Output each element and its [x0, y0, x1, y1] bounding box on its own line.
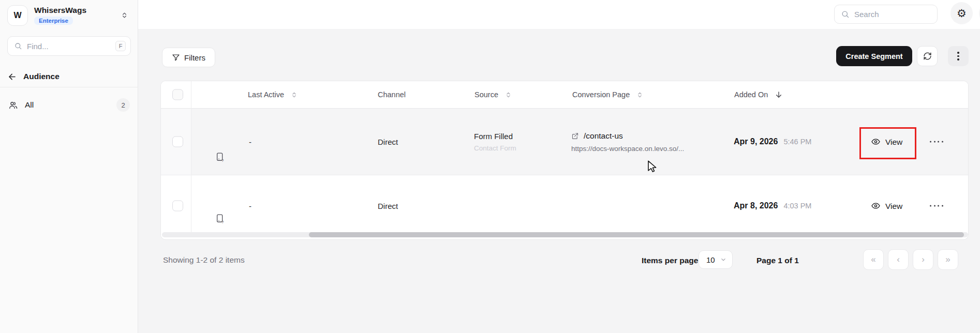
- sort-icon: [291, 92, 298, 98]
- view-button[interactable]: View: [871, 137, 902, 147]
- chevron-left-icon: ‹: [897, 254, 900, 265]
- external-link-icon: [571, 132, 579, 140]
- page-status: Page 1 of 1: [756, 256, 799, 265]
- workspace-switcher-button[interactable]: [118, 9, 130, 21]
- device-unknown-icon: ?: [216, 152, 225, 162]
- chevron-up-down-icon: [121, 11, 128, 19]
- chevron-down-icon: [720, 256, 727, 263]
- column-header-conversion-page[interactable]: Conversion Page: [572, 90, 643, 99]
- source-event: Form Filled: [474, 132, 516, 141]
- sidebar-item-all[interactable]: All 2: [0, 94, 138, 116]
- more-options-icon: [930, 205, 943, 207]
- scrollbar-thumb[interactable]: [309, 232, 964, 237]
- conversion-url: https://docs-workspace.on.levo.so/...: [571, 145, 684, 153]
- cell-last-active: -: [249, 202, 251, 210]
- source-detail: Contact Form: [474, 144, 516, 152]
- sidebar-item-label: All: [25, 100, 110, 110]
- cell-conversion-page: /contact-us https://docs-workspace.on.le…: [571, 131, 684, 153]
- table-options-button[interactable]: [948, 46, 969, 66]
- prev-page-button[interactable]: ‹: [888, 249, 909, 270]
- keyboard-shortcut-badge: F: [115, 41, 126, 51]
- filters-label: Filters: [184, 53, 205, 62]
- settings-button[interactable]: ⚙: [951, 2, 973, 24]
- last-page-button[interactable]: »: [938, 249, 958, 270]
- member-count-badge: 2: [116, 98, 130, 112]
- kebab-menu-icon: [957, 52, 959, 60]
- column-header-last-active[interactable]: Last Active: [248, 90, 298, 99]
- eye-icon: [871, 137, 881, 147]
- create-segment-button[interactable]: Create Segment: [836, 46, 912, 66]
- more-options-icon: [930, 141, 943, 143]
- column-label: Last Active: [248, 90, 284, 99]
- column-label: Conversion Page: [572, 90, 630, 99]
- filters-button[interactable]: Filters: [162, 48, 215, 67]
- items-per-page-value: 10: [706, 255, 715, 264]
- workspace-avatar[interactable]: W: [7, 5, 28, 26]
- column-header-source[interactable]: Source: [474, 90, 512, 99]
- refresh-icon: [923, 52, 932, 60]
- view-label: View: [885, 201, 902, 210]
- row-checkbox[interactable]: [172, 201, 183, 211]
- global-search[interactable]: [834, 5, 938, 24]
- column-label: Source: [474, 90, 498, 99]
- cell-added-on: Apr 9, 2026 5:46 PM: [734, 137, 811, 146]
- gear-icon: ⚙: [957, 8, 967, 19]
- section-title: Audience: [23, 72, 60, 81]
- sidebar-divider: [0, 87, 138, 87]
- eye-icon: [871, 201, 881, 211]
- find-input[interactable]: [27, 42, 111, 51]
- next-page-button[interactable]: ›: [913, 249, 933, 270]
- view-button[interactable]: View: [871, 201, 902, 211]
- device-unknown-icon: ?: [216, 214, 225, 224]
- top-bar: ⚙ Add Member: [138, 0, 980, 29]
- search-icon: [841, 10, 850, 19]
- view-label: View: [885, 137, 902, 146]
- sort-icon: [505, 92, 512, 98]
- column-header-channel[interactable]: Channel: [378, 90, 406, 99]
- sort-icon: [636, 92, 643, 98]
- double-chevron-left-icon: «: [871, 254, 875, 265]
- table-row[interactable]: ? - Direct Form Filled Contact Form /con…: [161, 109, 969, 175]
- select-all-checkbox[interactable]: [172, 89, 183, 100]
- search-icon: [14, 42, 22, 50]
- added-date: Apr 9, 2026: [734, 137, 778, 146]
- refresh-button[interactable]: [917, 46, 938, 66]
- cell-channel: Direct: [378, 138, 398, 146]
- items-per-page-label: Items per page: [642, 256, 698, 265]
- cell-last-active: -: [249, 138, 251, 146]
- sidebar-find[interactable]: F: [7, 36, 131, 56]
- filter-funnel-icon: [172, 53, 180, 62]
- plan-badge: Enterprise: [34, 17, 73, 25]
- sort-desc-arrow-icon: [775, 90, 783, 99]
- column-header-added-on[interactable]: Added On: [734, 90, 783, 99]
- workspace-name: WhisersWags: [34, 6, 86, 15]
- cell-channel: Direct: [378, 202, 398, 210]
- added-time: 5:46 PM: [783, 138, 811, 146]
- table-row[interactable]: ? - Direct Apr 8, 2026 4:03 PM View: [161, 175, 969, 236]
- items-per-page-select[interactable]: 10: [699, 250, 733, 269]
- added-date: Apr 8, 2026: [734, 201, 778, 210]
- column-label: Added On: [734, 90, 768, 99]
- back-arrow-icon[interactable]: [7, 72, 17, 82]
- sidebar: W WhisersWags Enterprise F Audience All …: [0, 0, 138, 333]
- row-checkbox[interactable]: [172, 137, 183, 147]
- svg-text:?: ?: [221, 158, 224, 162]
- first-page-button[interactable]: «: [863, 249, 884, 270]
- row-more-options-button[interactable]: [930, 141, 943, 143]
- row-more-options-button[interactable]: [930, 205, 943, 207]
- users-icon: [8, 100, 18, 110]
- added-time: 4:03 PM: [783, 202, 811, 210]
- horizontal-scrollbar: [162, 232, 968, 237]
- search-input[interactable]: [854, 10, 931, 19]
- cell-added-on: Apr 8, 2026 4:03 PM: [734, 201, 811, 210]
- chevron-right-icon: ›: [922, 254, 925, 265]
- table-header-row: Last Active Channel Source Conversion Pa…: [161, 81, 969, 109]
- sticky-column-divider: [191, 81, 191, 232]
- members-table: Last Active Channel Source Conversion Pa…: [160, 81, 969, 240]
- cell-source: Form Filled Contact Form: [474, 132, 516, 152]
- conversion-page-link[interactable]: /contact-us: [584, 131, 623, 141]
- double-chevron-right-icon: »: [945, 254, 950, 265]
- svg-text:?: ?: [221, 220, 224, 224]
- column-label: Channel: [378, 90, 406, 99]
- results-summary: Showing 1-2 of 2 items: [163, 255, 245, 265]
